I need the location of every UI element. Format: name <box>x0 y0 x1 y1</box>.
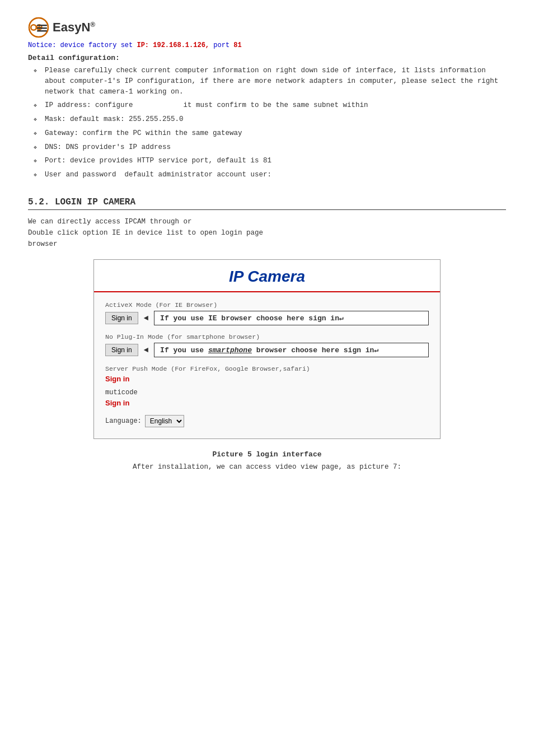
bullet-item-2: IP address: configure it must confirm to… <box>34 100 506 111</box>
language-label: Language: <box>105 417 142 425</box>
bullet-item-3: Mask: default mask: 255.255.255.0 <box>34 114 506 125</box>
bullet-item-1: Please carefully check current computer … <box>34 66 506 97</box>
section-title: 5.2. LOGIN IP CAMERA <box>28 197 506 210</box>
bullet-item-7: User and password default administrator … <box>34 170 506 180</box>
svg-rect-7 <box>37 30 47 32</box>
muticode-label: muticode <box>105 389 429 396</box>
camera-login-box: IP Camera ActiveX Mode (For IE Browser) … <box>93 259 441 439</box>
intro-line3: browser <box>28 240 506 248</box>
muticode-section: muticode Sign in <box>105 389 429 407</box>
camera-title: IP Camera <box>100 268 434 286</box>
after-installation-text: After installation, we can access video … <box>28 463 506 471</box>
noplugin-instruction: If you use smartphone browser choose her… <box>160 346 378 354</box>
svg-rect-6 <box>37 27 47 29</box>
bullet-item-6: Port: device provides HTTP service port,… <box>34 156 506 166</box>
noplugin-mode-row: Sign in ◄ If you use smartphone browser … <box>105 343 429 357</box>
server-push-label: Server Push Mode (For FireFox, Google Br… <box>105 365 429 372</box>
noplugin-mode-section: No Plug-In Mode (for smartphone browser)… <box>105 333 429 357</box>
activex-mode-label: ActiveX Mode (For IE Browser) <box>105 301 429 309</box>
logo-area: ⊕ EasyN® <box>28 17 506 38</box>
detail-heading: Detail configuration: <box>28 54 506 62</box>
notice-line: Notice: device factory set IP: 192.168.1… <box>28 41 506 49</box>
bullet-item-5: DNS: DNS provider's IP address <box>34 142 506 153</box>
activex-mode-section: ActiveX Mode (For IE Browser) Sign in ◄ … <box>105 301 429 325</box>
noplugin-mode-label: No Plug-In Mode (for smartphone browser) <box>105 333 429 340</box>
camera-title-bar: IP Camera <box>94 260 440 292</box>
activex-arrow-text: If you use IE browser choose here sign i… <box>154 311 429 325</box>
noplugin-sign-in-button[interactable]: Sign in <box>105 344 138 356</box>
camera-body: ActiveX Mode (For IE Browser) Sign in ◄ … <box>94 292 440 438</box>
server-push-signin-link[interactable]: Sign in <box>105 375 429 383</box>
language-select[interactable]: English <box>145 415 184 427</box>
noplugin-arrow-text: If you use smartphone browser choose her… <box>154 343 429 357</box>
logo-text: EasyN® <box>53 20 95 35</box>
muticode-signin-link[interactable]: Sign in <box>105 399 429 407</box>
detail-bullet-list: Please carefully check current computer … <box>28 66 506 180</box>
server-push-section: Server Push Mode (For FireFox, Google Br… <box>105 365 429 383</box>
intro-line1: We can directly access IPCAM through or <box>28 218 506 226</box>
activex-mode-row: Sign in ◄ If you use IE browser choose h… <box>105 311 429 325</box>
intro-line2: Double click option IE in device list to… <box>28 229 506 237</box>
easyn-logo-icon: ⊕ <box>28 17 49 38</box>
bullet-item-4: Gateway: confirm the PC within the same … <box>34 128 506 139</box>
language-row: Language: English <box>105 415 429 427</box>
activex-sign-in-button[interactable]: Sign in <box>105 312 138 324</box>
svg-point-4 <box>32 26 36 30</box>
picture-caption: Picture 5 login interface <box>28 450 506 459</box>
activex-instruction: If you use IE browser choose here sign i… <box>160 314 344 323</box>
svg-rect-5 <box>37 25 47 26</box>
